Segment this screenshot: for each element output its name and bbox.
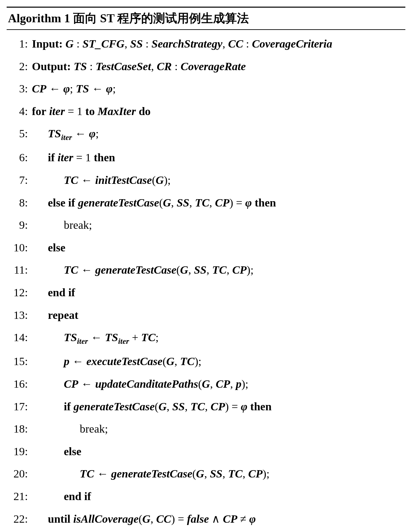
line-number: 14: [8, 330, 32, 345]
line-content: p ← executeTestCase(G, TC); [32, 353, 404, 369]
line-content: for iter = 1 to MaxIter do [32, 103, 404, 119]
algo-line: 2:Output: TS : TestCaseSet, CR : Coverag… [8, 55, 404, 78]
line-content: TC ← generateTestCase(G, SS, TC, CP); [32, 466, 404, 482]
line-content: break; [32, 421, 404, 437]
algo-line: 19:else [8, 440, 404, 463]
algorithm-number: Algorithm 1 [8, 12, 70, 25]
algo-line: 13:repeat [8, 304, 404, 327]
algo-line: 22:until isAllCoverage(G, CC) = false ∧ … [8, 508, 404, 530]
line-content: CP ← updateCanditatePaths(G, CP, p); [32, 376, 404, 392]
line-content: CP ← φ; TS ← φ; [32, 81, 404, 97]
line-content: Input: G : ST_CFG, SS : SearchStrategy, … [32, 36, 404, 52]
algo-line: 16:CP ← updateCanditatePaths(G, CP, p); [8, 373, 404, 395]
line-number: 12: [8, 285, 32, 301]
algo-line: 20:TC ← generateTestCase(G, SS, TC, CP); [8, 463, 404, 485]
line-number: 11: [8, 262, 32, 278]
line-content: repeat [32, 307, 404, 323]
line-number: 16: [8, 376, 32, 392]
line-number: 2: [8, 59, 32, 74]
line-number: 22: [8, 511, 32, 527]
algo-line: 4:for iter = 1 to MaxIter do [8, 100, 404, 123]
algo-line: 6:if iter = 1 then [8, 146, 404, 169]
algo-line: 14:TSiter ← TSiter + TC; [8, 326, 404, 350]
line-content: TSiter ← TSiter + TC; [32, 330, 404, 347]
algo-line: 5:TSiter ← φ; [8, 122, 404, 146]
algo-line: 15:p ← executeTestCase(G, TC); [8, 350, 404, 373]
line-content: TSiter ← φ; [32, 126, 404, 143]
algo-line: 17:if generateTestCase(G, SS, TC, CP) = … [8, 395, 404, 418]
algorithm-block: Algorithm 1 面向 ST 程序的测试用例生成算法 1:Input: G… [7, 7, 405, 532]
line-content: else [32, 240, 404, 256]
algo-line: 21:end if [8, 485, 404, 508]
line-content: else [32, 444, 404, 460]
line-number: 4: [8, 103, 32, 119]
algo-line: 8:else if generateTestCase(G, SS, TC, CP… [8, 192, 404, 214]
algo-line: 23:TS ← TS ∪ TSiter; [8, 530, 404, 532]
line-content: TC ← initTestCase(G); [32, 172, 404, 188]
line-number: 18: [8, 421, 32, 437]
algo-line: 11:TC ← generateTestCase(G, SS, TC, CP); [8, 259, 404, 281]
algo-line: 3:CP ← φ; TS ← φ; [8, 77, 404, 100]
algo-line: 10:else [8, 236, 404, 259]
line-content: TC ← generateTestCase(G, SS, TC, CP); [32, 262, 404, 278]
line-number: 20: [8, 466, 32, 482]
algo-line: 12:end if [8, 281, 404, 304]
line-content: end if [32, 285, 404, 301]
line-number: 21: [8, 488, 32, 504]
algorithm-body: 1:Input: G : ST_CFG, SS : SearchStrategy… [7, 30, 405, 532]
line-number: 7: [8, 172, 32, 188]
line-number: 3: [8, 81, 32, 97]
line-number: 15: [8, 353, 32, 369]
algorithm-title: 面向 ST 程序的测试用例生成算法 [73, 12, 249, 25]
line-content: if generateTestCase(G, SS, TC, CP) = φ t… [32, 399, 404, 415]
line-content: Output: TS : TestCaseSet, CR : CoverageR… [32, 59, 404, 74]
algo-line: 7:TC ← initTestCase(G); [8, 169, 404, 192]
line-number: 9: [8, 217, 32, 233]
algo-line: 18:break; [8, 418, 404, 440]
line-number: 10: [8, 240, 32, 256]
line-number: 6: [8, 150, 32, 166]
algo-line: 1:Input: G : ST_CFG, SS : SearchStrategy… [8, 33, 404, 55]
line-number: 19: [8, 444, 32, 460]
line-content: break; [32, 217, 404, 233]
line-content: until isAllCoverage(G, CC) = false ∧ CP … [32, 511, 404, 527]
line-number: 13: [8, 307, 32, 323]
line-content: else if generateTestCase(G, SS, TC, CP) … [32, 195, 404, 211]
algo-line: 9:break; [8, 214, 404, 236]
line-number: 1: [8, 36, 32, 52]
line-number: 5: [8, 126, 32, 142]
line-number: 17: [8, 399, 32, 415]
line-content: end if [32, 488, 404, 504]
line-number: 8: [8, 195, 32, 211]
algorithm-header: Algorithm 1 面向 ST 程序的测试用例生成算法 [7, 8, 405, 30]
line-content: if iter = 1 then [32, 150, 404, 166]
